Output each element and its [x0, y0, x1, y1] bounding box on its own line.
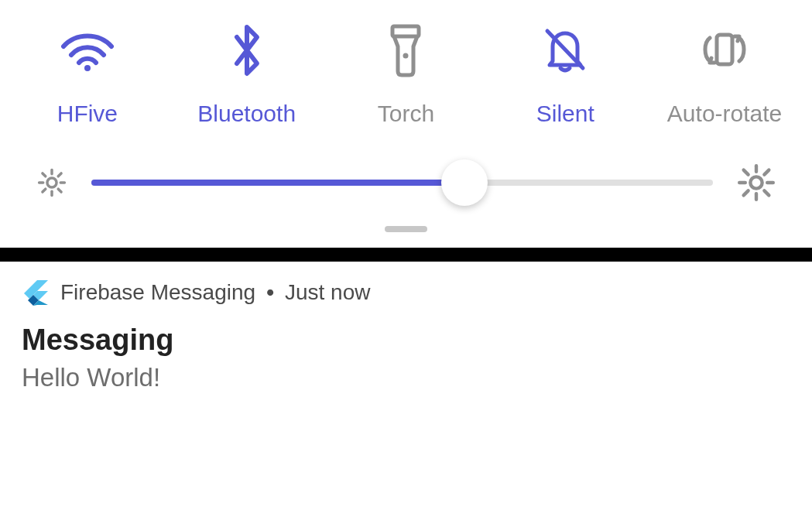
- brightness-slider-thumb[interactable]: [441, 159, 488, 206]
- toggle-torch[interactable]: Torch: [332, 23, 479, 127]
- quick-settings-panel: HFive Bluetooth Torch: [0, 0, 812, 248]
- notification-header: Firebase Messaging • Just now: [22, 279, 790, 306]
- toggle-bluetooth-label: Bluetooth: [197, 101, 296, 127]
- svg-point-5: [47, 178, 57, 187]
- notification-separator: •: [266, 280, 274, 305]
- notification-body: Hello World!: [22, 363, 790, 392]
- toggle-silent-label: Silent: [536, 101, 594, 127]
- brightness-row: [0, 127, 812, 211]
- svg-line-21: [744, 190, 749, 195]
- brightness-low-icon: [37, 168, 67, 197]
- notification-title: Messaging: [22, 324, 790, 357]
- svg-line-10: [43, 173, 46, 176]
- svg-point-14: [750, 176, 762, 188]
- auto-rotate-icon: [697, 23, 752, 77]
- bell-off-icon: [540, 23, 591, 77]
- torch-icon: [386, 23, 425, 77]
- toggle-auto-rotate[interactable]: Auto-rotate: [651, 23, 798, 127]
- panel-drag-handle[interactable]: [385, 226, 427, 232]
- svg-rect-4: [717, 35, 732, 64]
- toggle-bluetooth[interactable]: Bluetooth: [173, 23, 320, 127]
- brightness-slider-fill: [91, 180, 464, 186]
- brightness-slider[interactable]: [91, 180, 713, 186]
- svg-line-11: [58, 189, 61, 192]
- notification-app-name: Firebase Messaging: [60, 280, 255, 305]
- svg-line-19: [744, 170, 749, 175]
- flutter-icon: [22, 279, 50, 306]
- svg-rect-1: [392, 26, 419, 36]
- notification-card[interactable]: Firebase Messaging • Just now Messaging …: [0, 262, 812, 399]
- svg-line-22: [764, 170, 769, 175]
- notification-timestamp: Just now: [285, 280, 371, 305]
- svg-line-13: [58, 173, 61, 176]
- svg-point-2: [403, 53, 409, 59]
- panel-divider: [0, 248, 812, 262]
- toggle-wifi-label: HFive: [57, 101, 118, 127]
- wifi-icon: [60, 23, 115, 77]
- quick-settings-toggles: HFive Bluetooth Torch: [0, 0, 812, 127]
- toggle-wifi[interactable]: HFive: [14, 23, 161, 127]
- svg-line-20: [764, 190, 769, 195]
- svg-point-0: [84, 65, 91, 71]
- toggle-silent[interactable]: Silent: [492, 23, 639, 127]
- toggle-auto-rotate-label: Auto-rotate: [667, 101, 782, 127]
- bluetooth-icon: [229, 23, 265, 77]
- brightness-high-icon: [738, 164, 775, 201]
- svg-line-12: [43, 189, 46, 192]
- toggle-torch-label: Torch: [378, 101, 434, 127]
